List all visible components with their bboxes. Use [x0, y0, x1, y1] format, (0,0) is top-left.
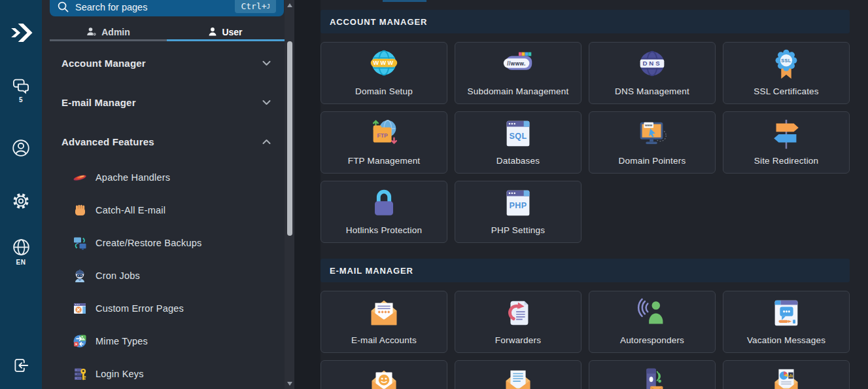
- menu-item-mime-types[interactable]: Mime Types: [42, 325, 284, 358]
- section-title: E-MAIL MANAGER: [330, 266, 413, 276]
- search-input[interactable]: [75, 0, 235, 12]
- sidebar-main-gutter: [294, 0, 321, 389]
- svg-text:SSL: SSL: [781, 58, 791, 64]
- card-hotlinks-protection[interactable]: Hotlinks Protection: [321, 181, 447, 243]
- card-label: Vacation Messages: [747, 335, 825, 345]
- svg-text:www: www: [644, 124, 652, 127]
- tab-admin[interactable]: Admin: [50, 24, 167, 40]
- card-partial-3[interactable]: [589, 360, 716, 389]
- app-logo[interactable]: [0, 18, 42, 48]
- card-dns-management[interactable]: DNS DNS Management: [589, 42, 716, 104]
- chevron-down-icon: [261, 58, 272, 69]
- menu-item-create-restore-backups[interactable]: Create/Restore Backups: [42, 227, 284, 259]
- letter-mail-icon: [500, 365, 536, 389]
- search-icon: [58, 1, 69, 12]
- login-keys-icon: [72, 366, 88, 382]
- menu-item-catch-all-email[interactable]: Catch-All E-mail: [42, 194, 284, 227]
- section-title: ACCOUNT MANAGER: [330, 17, 427, 27]
- card-databases[interactable]: SQL Databases: [455, 111, 582, 174]
- tab-admin-label: Admin: [101, 27, 130, 37]
- card-ftp-management[interactable]: FTP FTP Management: [321, 111, 447, 174]
- card-domain-pointers[interactable]: www Domain Pointers: [589, 111, 716, 174]
- card-label: FTP Management: [348, 156, 421, 166]
- notifications-count-badge: 5: [19, 96, 23, 103]
- sidebar-scrollbar-track[interactable]: [285, 0, 294, 389]
- card-label: Domain Setup: [355, 86, 413, 96]
- user-circle-icon: [11, 138, 31, 158]
- mime-types-icon: [72, 333, 88, 349]
- search-bar[interactable]: Ctrl+J: [50, 0, 284, 16]
- ssl-certificates-icon: SSL: [769, 47, 804, 83]
- domain-setup-icon: WWW: [366, 47, 402, 83]
- notifications-button[interactable]: 5: [0, 77, 42, 103]
- card-partial-4[interactable]: [723, 360, 850, 389]
- php-settings-icon: PHP: [500, 186, 536, 221]
- apache-handlers-icon: [72, 170, 88, 185]
- card-email-accounts[interactable]: E-mail Accounts: [321, 291, 447, 353]
- card-forwarders[interactable]: Forwarders: [455, 291, 582, 353]
- tab-user[interactable]: User: [167, 24, 284, 40]
- svg-text:WWW: WWW: [373, 60, 394, 66]
- vacation-messages-icon: [769, 296, 804, 331]
- card-label: Autoresponders: [620, 335, 684, 345]
- scrollbar-up-arrow[interactable]: [287, 3, 292, 7]
- card-partial-1[interactable]: [321, 360, 447, 389]
- smiley-mail-icon: [366, 365, 402, 389]
- ftp-management-icon: FTP: [366, 117, 402, 152]
- card-subdomain-management[interactable]: //www. Subdomain Management: [455, 42, 582, 104]
- account-button[interactable]: [0, 138, 42, 158]
- card-label: SSL Certificates: [754, 86, 819, 96]
- card-ssl-certificates[interactable]: SSL SSL Certificates: [723, 42, 850, 104]
- svg-text:DNS: DNS: [642, 60, 661, 67]
- category-advanced-features[interactable]: Advanced Features: [42, 122, 284, 161]
- user-icon: [208, 27, 217, 37]
- backups-icon: [72, 235, 88, 251]
- menu-item-login-keys[interactable]: Login Keys: [42, 358, 284, 389]
- databases-icon: SQL: [500, 117, 536, 152]
- svg-text:PHP: PHP: [509, 201, 527, 210]
- sidebar: Ctrl+J Admin User Account Manager: [42, 0, 294, 389]
- card-domain-setup[interactable]: WWW Domain Setup: [321, 42, 447, 104]
- cron-jobs-robot-icon: [72, 268, 88, 284]
- chevron-up-icon: [261, 136, 272, 147]
- language-code-label: EN: [16, 259, 26, 266]
- svg-text:FTP: FTP: [377, 132, 388, 139]
- card-label: Forwarders: [495, 335, 541, 345]
- card-site-redirection[interactable]: Site Redirection: [723, 111, 850, 174]
- top-tab-indicator: [383, 0, 426, 2]
- card-partial-2[interactable]: [455, 360, 582, 389]
- language-button[interactable]: EN: [0, 238, 42, 266]
- error-pages-icon: [72, 301, 88, 316]
- sidebar-scrollbar-thumb[interactable]: [287, 41, 292, 236]
- card-label: PHP Settings: [491, 225, 545, 235]
- menu-item-apache-handlers[interactable]: Apache Handlers: [42, 161, 284, 194]
- hotlinks-protection-lock-icon: [366, 186, 402, 221]
- logout-button[interactable]: [0, 356, 42, 375]
- card-label: Domain Pointers: [619, 156, 686, 166]
- email-manager-grid: E-mail Accounts Forwarders: [321, 291, 850, 389]
- email-accounts-icon: [366, 296, 402, 331]
- card-label: E-mail Accounts: [351, 335, 417, 345]
- category-email-manager[interactable]: E-mail Manager: [42, 83, 284, 122]
- domain-pointers-icon: www: [634, 117, 670, 152]
- card-label: Hotlinks Protection: [346, 225, 422, 235]
- card-vacation-messages[interactable]: Vacation Messages: [723, 291, 850, 353]
- admin-user-gear-icon: [86, 27, 97, 37]
- search-shortcut-hint: Ctrl+J: [235, 0, 276, 13]
- main-content: ACCOUNT MANAGER WWW Domain Setup //www. …: [321, 10, 850, 389]
- server-wifi-icon: [634, 365, 670, 389]
- card-php-settings[interactable]: PHP PHP Settings: [455, 181, 582, 243]
- autoresponders-icon: [634, 296, 670, 331]
- left-rail: 5 EN: [0, 0, 42, 389]
- section-header-email-manager: E-MAIL MANAGER: [321, 259, 850, 282]
- settings-button[interactable]: [0, 191, 42, 211]
- card-label: Databases: [496, 156, 540, 166]
- menu-item-cron-jobs[interactable]: Cron Jobs: [42, 259, 284, 292]
- report-mail-icon: [769, 365, 804, 389]
- category-account-manager[interactable]: Account Manager: [42, 43, 284, 83]
- site-redirection-icon: [769, 117, 804, 152]
- menu-item-custom-error-pages[interactable]: Custom Error Pages: [42, 292, 284, 325]
- svg-text:SQL: SQL: [509, 132, 527, 141]
- card-autoresponders[interactable]: Autoresponders: [589, 291, 716, 353]
- scrollbar-down-arrow[interactable]: [287, 382, 292, 386]
